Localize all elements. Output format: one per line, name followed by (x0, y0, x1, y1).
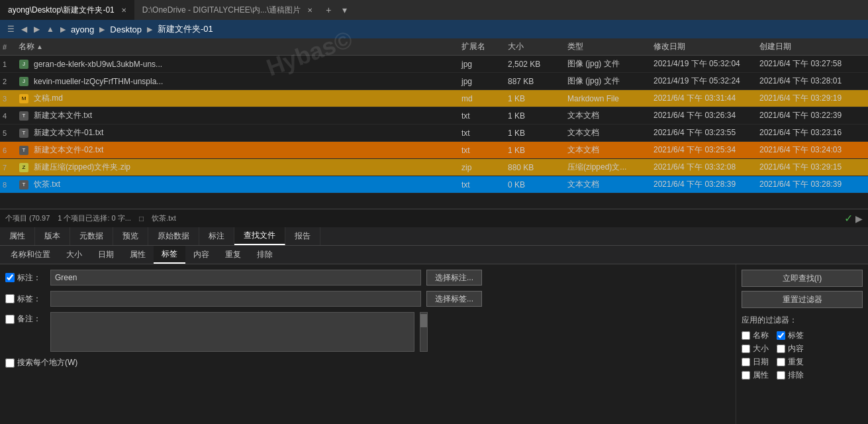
row-num: 4 (3, 112, 19, 120)
tab-1[interactable]: ayong\Desktop\新建文件夹-01 ✕ (0, 0, 134, 20)
breadcrumb-ayong[interactable]: ayong (70, 25, 95, 34)
nav-left-button[interactable]: ◀ (19, 25, 29, 34)
col-header-modified[interactable]: 修改日期 (653, 41, 759, 52)
search-tab-排除[interactable]: 排除 (249, 246, 281, 264)
nav-up-button[interactable]: ▲ (44, 25, 56, 34)
annotation-input[interactable] (50, 270, 421, 286)
table-row[interactable]: 7 Z新建压缩(zipped)文件夹.zip zip 880 KB 压缩(zip… (0, 159, 868, 176)
row-created: 2021/6/4 下午 03:22:39 (759, 110, 865, 121)
bottom-tab-原始数据[interactable]: 原始数据 (148, 227, 199, 245)
filter-label-排除: 排除 (788, 370, 804, 381)
row-name: Jkevin-mueller-lzQcyFrfTHM-unspla... (19, 76, 461, 87)
row-name: T新建文本文件-01.txt (19, 127, 461, 138)
filter-item-重复[interactable]: 重复 (777, 356, 804, 368)
filter-item-排除[interactable]: 排除 (777, 370, 804, 381)
status-arrow-icon[interactable]: ▶ (855, 213, 863, 224)
search-tab-重复[interactable]: 重复 (217, 246, 249, 264)
row-num: 3 (3, 95, 19, 103)
bottom-tab-版本[interactable]: 版本 (35, 227, 70, 245)
col-header-created[interactable]: 创建日期 (759, 41, 865, 52)
filter-checkbox-日期[interactable] (742, 358, 750, 366)
find-now-button[interactable]: 立即查找(I) (742, 270, 863, 287)
bottom-tab-查找文件[interactable]: 查找文件 (234, 227, 285, 245)
search-tab-属性[interactable]: 属性 (122, 246, 154, 264)
col-header-type[interactable]: 类型 (567, 41, 653, 52)
filter-checkbox-标签[interactable] (777, 331, 785, 340)
filter-item-名称[interactable]: 名称 (742, 330, 769, 341)
bottom-tab-属性[interactable]: 属性 (0, 227, 35, 245)
tab-arrow[interactable]: ▾ (337, 5, 352, 15)
table-row[interactable]: 8 T饮茶.txt txt 0 KB 文本文档 2021/6/4 下午 03:2… (0, 176, 868, 193)
note-checkbox[interactable] (5, 315, 15, 324)
txt-icon: T (19, 128, 29, 138)
filter-item-内容[interactable]: 内容 (777, 343, 804, 354)
search-tab-标签[interactable]: 标签 (154, 246, 185, 264)
row-num: 5 (3, 129, 19, 137)
file-list: 1 Jgeran-de-klerk-xbU9wL3ukbM-uns... jpg… (0, 56, 868, 193)
row-size: 1 KB (508, 146, 567, 155)
table-row[interactable]: 3 M文稿.md md 1 KB Markdown File 2021/6/4 … (0, 90, 868, 107)
filter-item-日期[interactable]: 日期 (742, 356, 769, 368)
select-tag-button[interactable]: 选择标签... (426, 291, 482, 307)
select-annotation-button[interactable]: 选择标注... (426, 270, 482, 286)
tag-input[interactable] (50, 291, 421, 307)
filter-checkbox-排除[interactable] (777, 371, 785, 380)
bottom-tab-报告[interactable]: 报告 (285, 227, 320, 245)
sort-arrow: ▲ (36, 43, 43, 50)
row-created: 2021/6/4 下午 03:24:03 (759, 144, 865, 156)
row-size: 887 KB (508, 77, 567, 86)
filter-item-大小[interactable]: 大小 (742, 343, 769, 354)
breadcrumb-sep-1: ▶ (99, 25, 105, 34)
bottom-tab-预览[interactable]: 预览 (113, 227, 148, 245)
row-name: Z新建压缩(zipped)文件夹.zip (19, 162, 461, 173)
tag-checkbox[interactable] (5, 294, 15, 303)
filter-checkbox-名称[interactable] (742, 331, 750, 340)
breadcrumb-folder[interactable]: 新建文件夹-01 (156, 23, 215, 35)
row-num: 6 (3, 146, 19, 154)
row-modified: 2021/6/4 下午 03:28:39 (653, 179, 759, 190)
table-row[interactable]: 2 Jkevin-mueller-lzQcyFrfTHM-unspla... j… (0, 73, 868, 90)
table-row[interactable]: 5 T新建文本文件-01.txt txt 1 KB 文本文档 2021/6/4 … (0, 125, 868, 142)
col-header-size[interactable]: 大小 (508, 41, 567, 52)
filter-checkbox-内容[interactable] (777, 344, 785, 353)
filter-row: 属性排除 (742, 370, 863, 381)
filter-checkbox-重复[interactable] (777, 358, 785, 366)
table-row[interactable]: 1 Jgeran-de-klerk-xbU9wL3ukbM-uns... jpg… (0, 56, 868, 73)
row-ext: txt (461, 129, 508, 138)
filter-label-内容: 内容 (788, 343, 804, 354)
note-textarea[interactable] (50, 312, 414, 352)
bottom-tab-标注[interactable]: 标注 (199, 227, 234, 245)
search-tab-日期[interactable]: 日期 (90, 246, 122, 264)
add-tab-button[interactable]: + (320, 5, 336, 15)
col-header-ext[interactable]: 扩展名 (461, 41, 508, 52)
tab-2[interactable]: D:\OneDrive - DIGITALYCHEE\内...\通稿图片 ✕ (134, 0, 321, 20)
filter-row: 日期重复 (742, 356, 863, 368)
filter-checkbox-大小[interactable] (742, 344, 750, 353)
annotation-checkbox[interactable] (5, 273, 15, 282)
note-scrollbar[interactable] (420, 312, 428, 352)
nav-back-button[interactable]: ☰ (5, 25, 17, 34)
table-row[interactable]: 4 T新建文本文件.txt txt 1 KB 文本文档 2021/6/4 下午 … (0, 107, 868, 125)
search-everywhere-checkbox[interactable] (5, 358, 15, 368)
tab-1-close[interactable]: ✕ (121, 7, 126, 14)
tag-label: 标签： (5, 293, 45, 305)
filter-item-属性[interactable]: 属性 (742, 370, 769, 381)
row-type: 文本文档 (567, 127, 653, 138)
table-row[interactable]: 6 T新建文本文件-02.txt txt 1 KB 文本文档 2021/6/4 … (0, 142, 868, 159)
search-tab-名称和位置[interactable]: 名称和位置 (3, 246, 58, 264)
reset-filter-button[interactable]: 重置过滤器 (742, 291, 863, 308)
search-tab-内容[interactable]: 内容 (185, 246, 217, 264)
tab-2-close[interactable]: ✕ (307, 7, 313, 14)
col-header-name[interactable]: 名称 ▲ (19, 41, 461, 52)
txt-icon: T (19, 145, 29, 156)
row-num: 2 (3, 78, 19, 85)
nav-right-button[interactable]: ▶ (32, 25, 42, 34)
note-textarea-area (50, 312, 730, 352)
breadcrumb-desktop[interactable]: Desktop (109, 25, 143, 34)
filter-checkbox-属性[interactable] (742, 371, 750, 380)
search-right: 立即查找(I) 重置过滤器 应用的过滤器： 名称标签大小内容日期重复属性排除 (736, 264, 868, 424)
search-tab-大小[interactable]: 大小 (58, 246, 90, 264)
filter-item-标签[interactable]: 标签 (777, 330, 804, 341)
applied-filters-label: 应用的过滤器： (742, 315, 863, 326)
bottom-tab-元数据[interactable]: 元数据 (70, 227, 113, 245)
